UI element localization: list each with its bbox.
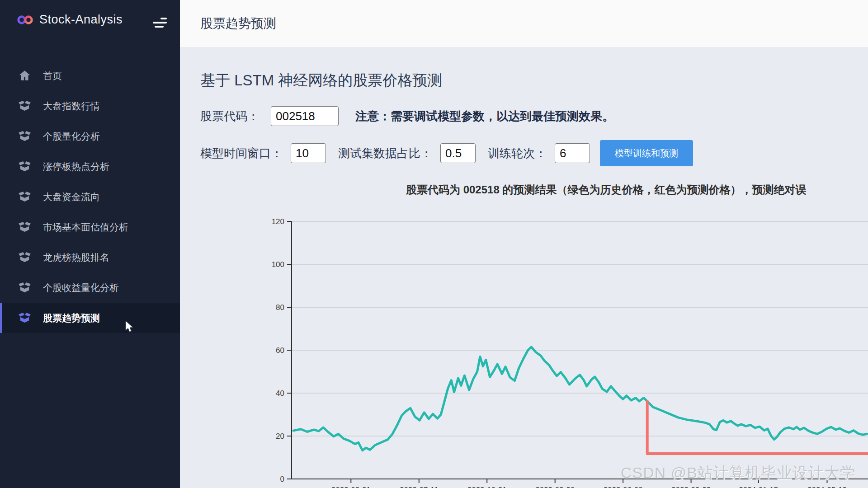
infinity-logo-icon — [17, 14, 33, 26]
x-tick-label: 2023-06-08 — [604, 486, 643, 488]
sidebar-item-label: 大盘指数行情 — [43, 100, 100, 113]
mouse-cursor — [125, 321, 137, 333]
sidebar-item-label: 涨停板热点分析 — [43, 160, 109, 173]
sidebar-collapse-icon[interactable] — [153, 18, 167, 30]
box-icon — [18, 251, 31, 264]
box-icon — [18, 311, 31, 324]
epochs-label: 训练轮次： — [488, 145, 547, 161]
sidebar-item-大盘资金流向[interactable]: 大盘资金流向 — [0, 182, 180, 212]
box-icon — [18, 281, 31, 294]
chart-title: 股票代码为 002518 的预测结果（绿色为历史价格，红色为预测价格），预测绝对… — [406, 183, 806, 197]
sidebar-item-label: 大盘资金流向 — [43, 191, 100, 203]
window-input[interactable] — [291, 143, 326, 163]
y-tick-label: 0 — [280, 475, 284, 483]
sidebar-item-市场基本面估值分析[interactable]: 市场基本面估值分析 — [0, 212, 180, 242]
sidebar-item-label: 个股收益量化分析 — [43, 282, 119, 294]
note-text: 注意：需要调试模型参数，以达到最佳预测效果。 — [355, 108, 614, 124]
y-tick-label: 20 — [276, 432, 284, 441]
box-icon — [18, 160, 31, 173]
y-tick-label: 40 — [276, 389, 284, 398]
x-tick-label: 2022-10-31 — [467, 486, 507, 488]
prediction-line-chart: 0204060801001202022-03-312022-07-112022-… — [253, 212, 868, 488]
sidebar: Stock-Analysis 首页 大盘指数行情 个股量化分析 涨停板热点分析 … — [0, 0, 180, 488]
app-logo: Stock-Analysis — [17, 13, 123, 27]
window-label: 模型时间窗口： — [200, 145, 283, 161]
csdn-watermark: CSDN @B站计算机毕业设计大学 — [621, 463, 856, 483]
sidebar-item-股票趋势预测[interactable]: 股票趋势预测 — [0, 303, 180, 333]
sidebar-item-label: 龙虎榜热股排名 — [43, 251, 109, 264]
sidebar-item-龙虎榜热股排名[interactable]: 龙虎榜热股排名 — [0, 242, 180, 272]
model-params-row: 模型时间窗口： 测试集数据占比： 训练轮次： 模型训练和预测 — [200, 139, 693, 167]
app-window: Stock-Analysis 首页 大盘指数行情 个股量化分析 涨停板热点分析 … — [0, 0, 868, 488]
x-tick-label: 2024-01-15 — [739, 486, 778, 488]
y-tick-label: 100 — [272, 260, 284, 269]
sidebar-item-label: 个股量化分析 — [43, 130, 100, 143]
sidebar-item-个股量化分析[interactable]: 个股量化分析 — [0, 121, 180, 151]
header: 股票趋势预测 — [180, 0, 868, 47]
y-tick-label: 80 — [276, 303, 284, 312]
box-icon — [18, 130, 31, 143]
sidebar-item-大盘指数行情[interactable]: 大盘指数行情 — [0, 91, 180, 121]
sidebar-item-涨停板热点分析[interactable]: 涨停板热点分析 — [0, 151, 180, 182]
test-ratio-label: 测试集数据占比： — [338, 145, 432, 161]
sidebar-item-label: 股票趋势预测 — [43, 312, 100, 324]
y-tick-label: 60 — [276, 346, 284, 355]
app-title: Stock-Analysis — [39, 13, 123, 27]
sidebar-menu: 首页 大盘指数行情 个股量化分析 涨停板热点分析 大盘资金流向 市场基本面估值分… — [0, 61, 180, 333]
sidebar-item-label: 市场基本面估值分析 — [43, 221, 128, 234]
box-icon — [18, 99, 31, 113]
section-heading: 基于 LSTM 神经网络的股票价格预测 — [200, 70, 442, 91]
page-title: 股票趋势预测 — [200, 15, 276, 32]
x-tick-label: 2022-03-31 — [331, 486, 371, 488]
stock-code-label: 股票代码： — [200, 108, 259, 124]
series-历史价格 — [293, 347, 867, 450]
epochs-input[interactable] — [555, 143, 590, 163]
box-icon — [18, 190, 31, 203]
box-icon — [18, 221, 31, 234]
x-tick-label: 2022-07-11 — [400, 486, 439, 488]
sidebar-item-首页[interactable]: 首页 — [0, 61, 180, 91]
x-tick-label: 2023-02-20 — [535, 486, 575, 488]
main-content: 基于 LSTM 神经网络的股票价格预测 股票代码： 注意：需要调试模型参数，以达… — [180, 47, 868, 488]
x-tick-label: 2023-09-22 — [671, 486, 711, 488]
y-tick-label: 120 — [272, 217, 284, 226]
sidebar-item-个股收益量化分析[interactable]: 个股收益量化分析 — [0, 272, 180, 303]
sidebar-item-label: 首页 — [43, 70, 62, 82]
stock-code-input[interactable] — [271, 106, 339, 126]
stock-code-row: 股票代码： 注意：需要调试模型参数，以达到最佳预测效果。 — [200, 106, 614, 127]
train-predict-button[interactable]: 模型训练和预测 — [600, 140, 693, 166]
home-icon — [18, 69, 31, 82]
test-ratio-input[interactable] — [440, 143, 476, 163]
x-tick-label: 2024-05-13 — [807, 486, 847, 488]
